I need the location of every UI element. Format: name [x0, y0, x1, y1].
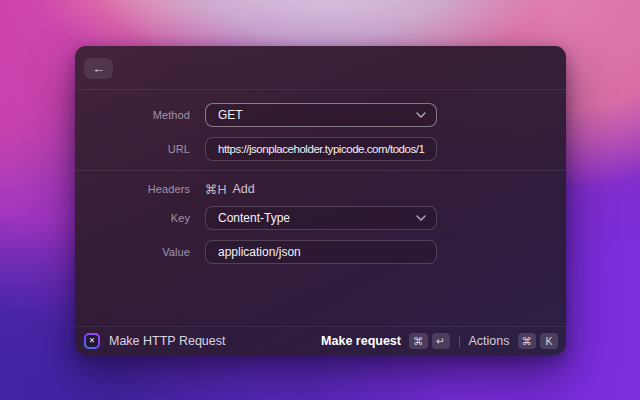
window-header: ←: [75, 46, 566, 89]
actions-button[interactable]: Actions ⌘ K: [469, 333, 559, 349]
method-label: Method: [75, 109, 190, 121]
value-row: Value application/json: [75, 240, 566, 264]
url-value: https://jsonplaceholder.typicode.com/tod…: [218, 143, 426, 155]
actions-label: Actions: [469, 334, 510, 348]
command-key-badge: ⌘: [409, 333, 428, 349]
headers-add-button[interactable]: ⌘H Add: [205, 182, 255, 197]
http-request-extension-icon: ✕: [84, 333, 100, 349]
footer-divider: [459, 336, 460, 347]
headers-add-label: Add: [233, 182, 255, 196]
value-label: Value: [75, 246, 190, 258]
key-value: Content-Type: [218, 211, 410, 225]
method-row: Method GET: [75, 103, 566, 127]
method-value: GET: [218, 108, 410, 122]
chevron-down-icon: [416, 215, 426, 221]
chevron-down-icon: [416, 112, 426, 118]
raycast-window: ← Method GET URL https://jsonplaceholder…: [75, 46, 566, 355]
value-value: application/json: [218, 245, 426, 259]
url-row: URL https://jsonplaceholder.typicode.com…: [75, 137, 566, 161]
headers-add-shortcut: ⌘H: [205, 182, 227, 197]
back-button[interactable]: ←: [84, 58, 113, 79]
return-key-badge: ↵: [432, 333, 450, 349]
command-key-badge: ⌘: [518, 333, 537, 349]
extension-icon-glyph: ✕: [86, 335, 98, 347]
section-separator: [75, 170, 566, 171]
make-request-label: Make request: [321, 334, 401, 348]
value-input[interactable]: application/json: [205, 240, 437, 264]
method-select[interactable]: GET: [205, 103, 437, 127]
headers-label: Headers: [75, 183, 190, 195]
k-key-badge: K: [540, 333, 558, 349]
key-label: Key: [75, 212, 190, 224]
footer-bar: ✕ Make HTTP Request Make request ⌘ ↵ Act…: [75, 326, 566, 355]
header-separator: [75, 89, 566, 90]
app-title: Make HTTP Request: [109, 334, 225, 348]
key-row: Key Content-Type: [75, 206, 566, 230]
url-label: URL: [75, 143, 190, 155]
url-input[interactable]: https://jsonplaceholder.typicode.com/tod…: [205, 137, 437, 161]
headers-row: Headers ⌘H Add: [75, 181, 566, 197]
key-select[interactable]: Content-Type: [205, 206, 437, 230]
make-request-button[interactable]: Make request ⌘ ↵: [321, 333, 449, 349]
back-arrow-icon: ←: [92, 62, 105, 75]
